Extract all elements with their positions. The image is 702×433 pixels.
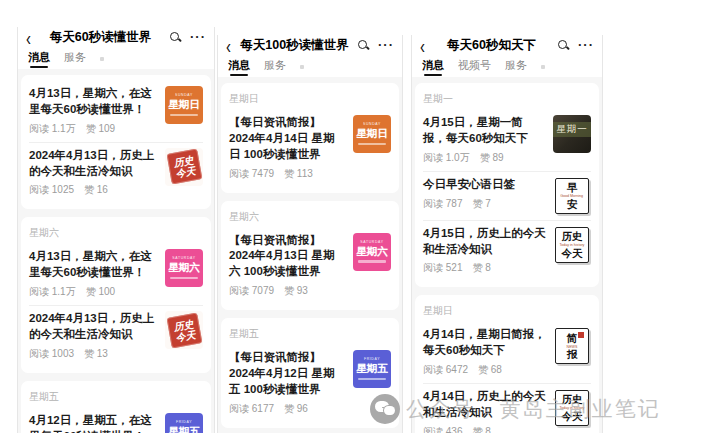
article-title: 【每日资讯简报】2024年4月12日 星期五 100秒读懂世界 xyxy=(229,350,345,398)
section-weekday-label: 星期一 xyxy=(423,89,591,110)
tab-indicator-dot xyxy=(100,57,104,61)
message-section-card: 星期五【每日资讯简报】2024年4月12日 星期五 100秒读懂世界阅读 617… xyxy=(221,318,399,428)
thumb-weekday-cn: 星期日 xyxy=(168,99,200,110)
tab-消息[interactable]: 消息 xyxy=(228,58,250,77)
article-item[interactable]: 2024年4月13日，历史上的今天和生活冷知识阅读 1003赞 13历史今天 xyxy=(29,305,203,367)
section-weekday-label: 星期日 xyxy=(229,89,391,110)
like-count: 赞 109 xyxy=(86,123,115,134)
read-count: 阅读 7479 xyxy=(229,168,274,179)
article-item[interactable]: 4月15日，历史上的今天和生活冷知识阅读 521赞 8历史Today in hi… xyxy=(423,220,591,282)
good-morning-card-thumb[interactable]: 早Good Morning安 xyxy=(555,178,589,214)
search-icon[interactable] xyxy=(358,40,369,51)
read-count: 阅读 6472 xyxy=(423,364,468,375)
article-item[interactable]: 4月15日，星期一简报，每天60秒知天下阅读 1.0万赞 89星期一 xyxy=(423,110,591,171)
article-item[interactable]: 【每日资讯简报】2024年4月13日 星期六 100秒读懂世界阅读 7079赞 … xyxy=(229,228,391,305)
article-item[interactable]: 4月13日，星期六，在这里每天60秒读懂世界！阅读 1.1万赞 100SATUR… xyxy=(29,244,203,305)
article-meta: 阅读 1.0万赞 89 xyxy=(423,151,545,165)
tab-消息[interactable]: 消息 xyxy=(422,58,444,77)
read-count: 阅读 1.1万 xyxy=(29,286,76,297)
article-item[interactable]: 4月14日，星期日简报，每天60秒知天下阅读 6472赞 68简NEWS报 xyxy=(423,322,591,383)
like-count: 赞 7 xyxy=(472,198,490,209)
article-text: 4月12日，星期五，在这里每天60秒读懂世界！阅读 1.3万赞 120 xyxy=(29,413,157,433)
card-thumb-bottom: 今天 xyxy=(562,248,583,259)
like-count: 赞 13 xyxy=(84,348,108,359)
saturday-thumb[interactable]: SATURDAY星期六 xyxy=(165,249,203,287)
search-icon[interactable] xyxy=(170,32,181,43)
seal-line: 今天 xyxy=(174,165,196,179)
account-title: 每天60秒知天下 xyxy=(425,37,558,54)
history-today-card-thumb[interactable]: 历史Today in history今天 xyxy=(555,390,589,426)
thumb-caption-bar xyxy=(358,143,387,146)
tab-bar: 消息服务 xyxy=(218,55,402,77)
article-text: 2024年4月13日，历史上的今天和生活冷知识阅读 1003赞 13 xyxy=(29,311,157,361)
article-item[interactable]: 4月14日，历史上的今天和生活冷知识阅读 436赞 8历史Today in hi… xyxy=(423,383,591,433)
like-count: 赞 68 xyxy=(478,364,502,375)
article-meta: 阅读 7479赞 113 xyxy=(229,167,345,181)
account-panel-3: ‹每天60秒知天下···消息视频号服务星期一4月15日，星期一简报，每天60秒知… xyxy=(411,35,603,433)
tab-indicator-dot xyxy=(300,65,304,69)
tab-服务[interactable]: 服务 xyxy=(505,58,527,77)
sunday-thumb[interactable]: SUNDAY星期日 xyxy=(165,86,203,124)
more-icon[interactable]: ··· xyxy=(190,33,206,41)
read-count: 阅读 787 xyxy=(423,198,462,209)
search-icon[interactable] xyxy=(558,40,569,51)
sunday-thumb[interactable]: SUNDAY星期日 xyxy=(353,115,391,153)
friday-thumb[interactable]: FRIDAY星期五 xyxy=(165,413,203,433)
photo-caption: 星期一 xyxy=(553,122,591,137)
article-title: 4月13日，星期六，在这里每天60秒读懂世界！ xyxy=(29,86,157,118)
monday-photo-thumb[interactable]: 星期一 xyxy=(553,115,591,153)
like-count: 赞 93 xyxy=(284,285,308,296)
article-item[interactable]: 2024年4月13日，历史上的今天和生活冷知识阅读 1025赞 16历史今天 xyxy=(29,142,203,204)
like-count: 赞 8 xyxy=(472,426,490,433)
more-icon[interactable]: ··· xyxy=(378,41,394,49)
tab-视频号[interactable]: 视频号 xyxy=(458,58,491,77)
thumb-weekday-en: SATURDAY xyxy=(360,241,383,245)
back-button[interactable]: ‹ xyxy=(420,35,425,56)
back-button[interactable]: ‹ xyxy=(226,35,231,56)
more-icon[interactable]: ··· xyxy=(578,41,594,49)
read-count: 阅读 521 xyxy=(423,262,462,273)
thumb-weekday-cn: 星期五 xyxy=(168,426,200,433)
message-section-card: 4月13日，星期六，在这里每天60秒读懂世界！阅读 1.1万赞 109SUNDA… xyxy=(21,75,211,209)
article-title: 4月15日，星期一简报，每天60秒知天下 xyxy=(423,115,545,147)
article-title: 4月14日，历史上的今天和生活冷知识 xyxy=(423,389,547,421)
article-text: 4月13日，星期六，在这里每天60秒读懂世界！阅读 1.1万赞 100 xyxy=(29,249,157,299)
read-count: 阅读 1.1万 xyxy=(29,123,76,134)
article-meta: 阅读 6177赞 96 xyxy=(229,402,345,416)
article-item[interactable]: 【每日资讯简报】2024年4月12日 星期五 100秒读懂世界阅读 6177赞 … xyxy=(229,345,391,422)
article-title: 2024年4月13日，历史上的今天和生活冷知识 xyxy=(29,311,157,343)
read-count: 阅读 436 xyxy=(423,426,462,433)
thumb-weekday-cn: 星期六 xyxy=(168,262,200,273)
account-panel-1: ‹每天60秒读懂世界···消息服务4月13日，星期六，在这里每天60秒读懂世界！… xyxy=(17,27,215,433)
article-text: 4月14日，历史上的今天和生活冷知识阅读 436赞 8 xyxy=(423,389,547,433)
history-today-card-thumb[interactable]: 历史Today in history今天 xyxy=(555,227,589,263)
tab-消息[interactable]: 消息 xyxy=(28,50,50,69)
read-count: 阅读 1025 xyxy=(29,184,74,195)
tab-服务[interactable]: 服务 xyxy=(264,58,286,77)
history-today-seal-thumb[interactable]: 历史今天 xyxy=(165,311,203,349)
tab-服务[interactable]: 服务 xyxy=(64,50,86,69)
article-item[interactable]: 4月12日，星期五，在这里每天60秒读懂世界！阅读 1.3万赞 120FRIDA… xyxy=(29,408,203,433)
like-count: 赞 113 xyxy=(284,168,313,179)
tab-bar: 消息视频号服务 xyxy=(412,55,602,77)
message-list: 星期日【每日资讯简报】2024年4月14日 星期日 100秒读懂世界阅读 747… xyxy=(218,77,402,433)
article-text: 今日早安心语日签阅读 787赞 7 xyxy=(423,177,547,211)
article-item[interactable]: 今日早安心语日签阅读 787赞 7早Good Morning安 xyxy=(423,171,591,220)
article-item[interactable]: 4月13日，星期六，在这里每天60秒读懂世界！阅读 1.1万赞 109SUNDA… xyxy=(29,81,203,142)
card-thumb-bottom: 安 xyxy=(567,199,578,210)
card-thumb-top: 简 xyxy=(567,333,578,344)
panel-header: ‹每天60秒读懂世界··· xyxy=(18,27,214,47)
article-text: 4月14日，星期日简报，每天60秒知天下阅读 6472赞 68 xyxy=(423,327,547,377)
like-count: 赞 96 xyxy=(284,403,308,414)
card-thumb-top: 早 xyxy=(567,182,578,193)
saturday-thumb[interactable]: SATURDAY星期六 xyxy=(353,233,391,271)
message-list: 4月13日，星期六，在这里每天60秒读懂世界！阅读 1.1万赞 109SUNDA… xyxy=(18,69,214,433)
history-today-seal-thumb[interactable]: 历史今天 xyxy=(165,148,203,186)
article-item[interactable]: 【每日资讯简报】2024年4月14日 星期日 100秒读懂世界阅读 7479赞 … xyxy=(229,110,391,187)
article-meta: 阅读 7079赞 93 xyxy=(229,284,345,298)
news-brief-card-thumb[interactable]: 简NEWS报 xyxy=(555,328,589,364)
card-thumb-top: 历史 xyxy=(562,394,583,405)
back-button[interactable]: ‹ xyxy=(26,27,31,48)
thumb-caption-bar xyxy=(358,378,387,381)
friday-thumb[interactable]: FRIDAY星期五 xyxy=(353,350,391,388)
